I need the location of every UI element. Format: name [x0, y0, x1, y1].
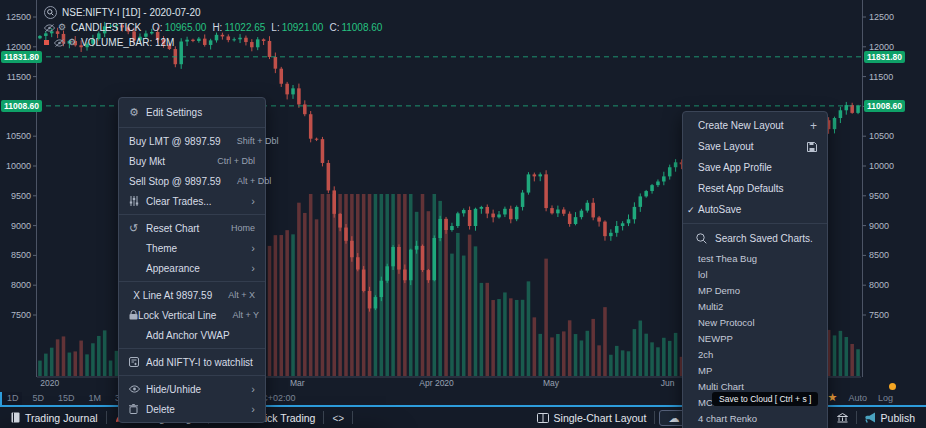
menu-item-sell-stop-9897-59[interactable]: Sell Stop @ 9897.59Alt + Dbl	[119, 171, 265, 191]
bank-icon	[837, 413, 848, 423]
menu-divider	[683, 223, 827, 224]
volume-series-name[interactable]: VOLUME_BAR: 12M	[81, 37, 174, 48]
journal-icon	[11, 412, 20, 423]
saved-chart-lol[interactable]: lol	[683, 266, 827, 282]
menu-item-add-nifty-i-to-watchlist[interactable]: Add NIFTY-I to watchlist	[119, 352, 265, 372]
eye-icon	[129, 385, 146, 393]
sliders-icon	[129, 196, 146, 206]
menu-item-theme[interactable]: Theme›	[119, 238, 265, 258]
menu-item-clear-trades[interactable]: Clear Trades...›	[119, 191, 265, 211]
gocharting-app: 1250012500120001200011500115001100011000…	[0, 0, 926, 428]
menu-item-label: Theme	[146, 243, 177, 254]
saved-chart-test-thea-bug[interactable]: test Thea Bug	[683, 250, 827, 266]
price-badge-right: 11831.80	[864, 51, 905, 63]
menu-shortcut: Home	[215, 223, 255, 233]
svg-text:10500: 10500	[6, 131, 31, 141]
menu-item-reset-chart[interactable]: ↺Reset ChartHome	[119, 218, 265, 238]
time-axis-label: Jun	[661, 378, 675, 388]
log-scale-toggle[interactable]: Log	[878, 393, 893, 403]
menu-item-label: Buy LMT @ 9897.59	[129, 136, 221, 147]
menu-shortcut: Shift + Dbl	[221, 136, 279, 146]
saved-chart-4-chart-renko[interactable]: 4 chart Renko	[683, 410, 827, 426]
time-axis-label: May	[543, 378, 559, 388]
auto-scale-toggle[interactable]: Auto	[848, 393, 867, 403]
gear-icon[interactable]: ⚙	[68, 38, 76, 47]
range-1d[interactable]: 1D	[0, 393, 26, 403]
eye-slash-icon[interactable]	[54, 39, 65, 47]
button-label: Single-Chart Layout	[554, 412, 647, 424]
layout-menu-label: Create New Layout	[698, 120, 784, 131]
series-color-chip	[44, 40, 49, 45]
saved-chart-new-protocol[interactable]: New Protocol	[683, 314, 827, 330]
menu-item-lock-vertical-line[interactable]: Lock Vertical LineAlt + Y	[119, 305, 265, 325]
layout-menu-item-create-new-layout[interactable]: Create New Layout+	[683, 115, 827, 136]
saved-chart-multi2[interactable]: Multi2	[683, 298, 827, 314]
publish-button[interactable]: Publish	[857, 412, 923, 424]
legend-candlestick-row: ⚙ CANDLESTICK O:10965.00H:11022.65L:1092…	[44, 20, 382, 35]
layout-menu-item-autosave[interactable]: ✓AutoSave	[683, 199, 827, 220]
menu-shortcut: Alt + Y	[216, 310, 259, 320]
menu-shortcut: Ctrl + Dbl	[201, 156, 255, 166]
range-1m[interactable]: 1M	[82, 393, 109, 403]
menu-item-buy-lmt-9897-59[interactable]: Buy LMT @ 9897.59Shift + Dbl	[119, 131, 265, 151]
menu-divider	[119, 281, 265, 282]
publish-icon	[865, 412, 876, 423]
menu-item-label: Add Anchor VWAP	[146, 330, 230, 341]
saved-chart-2ch[interactable]: 2ch	[683, 346, 827, 362]
eye-slash-icon[interactable]	[44, 24, 55, 32]
search-saved-charts[interactable]: Search Saved Charts.	[683, 227, 827, 250]
price-badge-right: 11008.60	[864, 100, 905, 112]
layout-menu-label: Save Layout	[698, 141, 754, 152]
plus-icon[interactable]: +	[810, 120, 817, 132]
lock-icon	[129, 310, 138, 320]
chart-context-menu: ⚙Edit SettingsBuy LMT @ 9897.59Shift + D…	[118, 97, 266, 423]
svg-text:9500: 9500	[11, 191, 31, 201]
notification-dot[interactable]	[889, 383, 896, 390]
menu-item-label: X Line At 9897.59	[133, 290, 212, 301]
menu-item-edit-settings[interactable]: ⚙Edit Settings	[119, 101, 265, 124]
legend-symbol-row: NSE:NIFTY-I [1D] - 2020-07-20	[44, 5, 382, 20]
submenu-arrow-icon: ›	[235, 384, 255, 395]
menu-shortcut: Alt + X	[212, 290, 255, 300]
menu-item-buy-mkt[interactable]: Buy MktCtrl + Dbl	[119, 151, 265, 171]
range-15d[interactable]: 15D	[51, 393, 82, 403]
magnifier-icon[interactable]	[44, 6, 57, 19]
svg-text:8000: 8000	[869, 280, 889, 290]
symbol-title[interactable]: NSE:NIFTY-I [1D] - 2020-07-20	[62, 7, 201, 18]
single-chart-layout-button[interactable]: Single-Chart Layout	[529, 412, 655, 424]
floppy-icon[interactable]	[807, 142, 817, 152]
layout-menu-item-save-app-profile[interactable]: Save App Profile	[683, 157, 827, 178]
submenu-arrow-icon: ›	[235, 263, 255, 274]
code-button[interactable]: <>	[324, 412, 352, 424]
gear-icon[interactable]: ⚙	[58, 23, 66, 32]
code-icon: <>	[332, 412, 344, 424]
menu-item-appearance[interactable]: Appearance›	[119, 258, 265, 278]
menu-item-add-anchor-vwap[interactable]: Add Anchor VWAP	[119, 325, 265, 345]
range-5d[interactable]: 5D	[26, 393, 52, 403]
menu-item-hide-unhide[interactable]: Hide/Unhide›	[119, 379, 265, 399]
saved-chart-newpp[interactable]: NEWPP	[683, 330, 827, 346]
watchlist-icon	[129, 357, 146, 367]
layout-menu-item-reset-app-defaults[interactable]: Reset App Defaults	[683, 178, 827, 199]
price-badge-left: 11008.60	[1, 100, 42, 112]
button-label: Trading Journal	[25, 412, 98, 424]
series-name[interactable]: CANDLESTICK	[71, 22, 141, 33]
ohlc-label: O:	[152, 22, 163, 33]
menu-divider	[119, 127, 265, 128]
saved-chart-mp-demo[interactable]: MP Demo	[683, 282, 827, 298]
submenu-arrow-icon: ›	[235, 243, 255, 254]
favorite-star-icon[interactable]: ★	[828, 391, 838, 404]
menu-item-delete[interactable]: Delete›	[119, 399, 265, 419]
svg-text:10000: 10000	[6, 161, 31, 171]
svg-text:7500: 7500	[869, 310, 889, 320]
time-axis-label: Apr 2020	[419, 378, 454, 388]
menu-item-label: Delete	[146, 404, 175, 415]
menu-divider	[119, 214, 265, 215]
menu-item-x-line-at-9897-59[interactable]: X Line At 9897.59Alt + X	[119, 285, 265, 305]
ohlc-label: L:	[271, 22, 279, 33]
layout-menu-item-save-layout[interactable]: Save Layout	[683, 136, 827, 157]
cloud-icon: ☁	[668, 412, 679, 424]
saved-chart-mp[interactable]: MP	[683, 362, 827, 378]
bank-button[interactable]	[829, 413, 856, 423]
trading-journal-button[interactable]: Trading Journal	[3, 412, 106, 424]
